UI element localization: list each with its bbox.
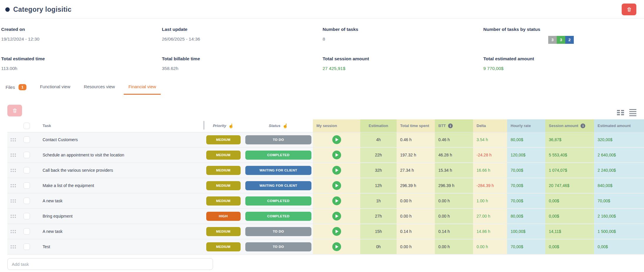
- row-checkbox[interactable]: [24, 228, 30, 235]
- table-row: TestMEDIUMTO DO0h0.00 h0.00 h0.00 h70,00…: [7, 239, 644, 255]
- header-task[interactable]: Task: [34, 119, 203, 132]
- table-header-row: Task Priority ☝ Status ☝ My session Esti…: [7, 119, 644, 132]
- view-tabs: Files1Functional viewResources viewFinan…: [0, 82, 644, 98]
- task-name-cell[interactable]: Call back the various service providers: [34, 163, 203, 178]
- status-badge[interactable]: WAITING FOR CLIENT: [245, 166, 311, 175]
- total-time-spent-cell: 296.39 h: [397, 178, 435, 193]
- delete-selected-tasks-button[interactable]: [7, 105, 22, 116]
- status-badge[interactable]: COMPLETED: [245, 212, 311, 221]
- priority-badge[interactable]: MEDIUM: [206, 135, 241, 144]
- status-badge[interactable]: TO DO: [245, 135, 311, 144]
- header-status[interactable]: Status ☝: [244, 119, 313, 132]
- header-select-all[interactable]: [19, 119, 34, 132]
- btt-cell: 0.00 h: [435, 239, 473, 255]
- status-cell: WAITING FOR CLIENT: [244, 178, 313, 193]
- header-estimated-amount: Estimated amount: [594, 119, 644, 132]
- row-checkbox[interactable]: [24, 243, 30, 250]
- drag-handle[interactable]: [7, 209, 19, 224]
- list-view-icon[interactable]: [629, 109, 636, 116]
- start-session-button[interactable]: [332, 242, 341, 251]
- start-session-button[interactable]: [332, 166, 341, 175]
- stat-last-update: Last update 26/06/2025 - 14:36: [162, 27, 323, 44]
- tab-resources-view[interactable]: Resources view: [79, 82, 120, 95]
- drag-handle[interactable]: [7, 178, 19, 193]
- start-session-button[interactable]: [332, 196, 341, 205]
- table-row: Make a list of the equipmentMEDIUMWAITIN…: [7, 178, 644, 193]
- category-bullet-icon: [5, 7, 10, 12]
- drag-dots-icon: [11, 199, 16, 203]
- estimation-cell: 4h: [360, 132, 397, 148]
- table-row: Contact CustomersMEDIUMTO DO4h0.46 h0.46…: [7, 132, 644, 148]
- task-name-cell[interactable]: Schedule an appointment to visit the loc…: [34, 148, 203, 163]
- status-badge[interactable]: COMPLETED: [245, 196, 311, 206]
- session-amount-cell: 0,00$: [545, 193, 594, 209]
- task-name-cell[interactable]: A new task: [34, 193, 203, 209]
- priority-badge[interactable]: MEDIUM: [206, 242, 241, 251]
- financial-table: Task Priority ☝ Status ☝ My session Esti…: [0, 119, 644, 255]
- priority-badge[interactable]: HIGH: [206, 212, 241, 221]
- start-session-button[interactable]: [332, 151, 341, 159]
- add-task-input[interactable]: [7, 258, 213, 270]
- row-checkbox[interactable]: [24, 152, 30, 158]
- session-amount-info-icon[interactable]: i: [581, 124, 585, 128]
- my-session-cell: [313, 132, 360, 148]
- hourly-rate-cell: 70,00$: [507, 239, 545, 255]
- status-badge[interactable]: COMPLETED: [245, 151, 311, 160]
- column-view-icon[interactable]: [617, 110, 624, 115]
- row-checkbox[interactable]: [24, 198, 30, 204]
- priority-badge[interactable]: MEDIUM: [206, 166, 241, 175]
- page-title: Category logisitic: [13, 6, 71, 14]
- drag-handle[interactable]: [7, 148, 19, 163]
- session-amount-cell: 5 553,40$: [545, 148, 594, 163]
- start-session-button[interactable]: [332, 227, 341, 236]
- delta-cell: 1.00 h: [473, 193, 507, 209]
- priority-badge[interactable]: MEDIUM: [206, 227, 241, 236]
- btt-info-icon[interactable]: i: [448, 124, 453, 128]
- row-checkbox[interactable]: [24, 167, 30, 173]
- estimation-cell: 1h: [360, 193, 397, 209]
- status-badge[interactable]: WAITING FOR CLIENT: [245, 181, 311, 190]
- session-amount-cell: 0,00$: [545, 209, 594, 224]
- drag-handle[interactable]: [7, 163, 19, 178]
- task-name-cell[interactable]: Contact Customers: [34, 132, 203, 148]
- task-name-cell[interactable]: Bring equipment: [34, 209, 203, 224]
- select-all-checkbox[interactable]: [24, 123, 30, 129]
- drag-handle[interactable]: [7, 132, 19, 148]
- estimation-cell: 22h: [360, 148, 397, 163]
- status-badge[interactable]: TO DO: [245, 227, 311, 236]
- tab-files[interactable]: Files1: [1, 82, 31, 96]
- delete-category-button[interactable]: [622, 4, 636, 15]
- row-checkbox[interactable]: [24, 213, 30, 219]
- column-resize-handle[interactable]: [203, 121, 204, 130]
- drag-handle[interactable]: [7, 193, 19, 209]
- task-name-cell[interactable]: Make a list of the equipment: [34, 178, 203, 193]
- hourly-rate-cell: 80,00$: [507, 132, 545, 148]
- total-time-spent-cell: 197.32 h: [397, 148, 435, 163]
- priority-badge[interactable]: MEDIUM: [206, 151, 241, 160]
- start-session-button[interactable]: [332, 212, 341, 221]
- status-cell: COMPLETED: [244, 209, 313, 224]
- table-row: Schedule an appointment to visit the loc…: [7, 148, 644, 163]
- drag-handle[interactable]: [7, 224, 19, 239]
- row-select-cell: [19, 224, 34, 239]
- hourly-rate-cell: 120,00$: [507, 148, 545, 163]
- header-drag-gutter: [7, 119, 19, 132]
- priority-badge[interactable]: MEDIUM: [206, 181, 241, 190]
- delta-cell: 3.54 h: [473, 132, 507, 148]
- row-checkbox[interactable]: [24, 182, 30, 189]
- drag-handle[interactable]: [7, 239, 19, 255]
- priority-badge[interactable]: MEDIUM: [206, 196, 241, 206]
- start-session-button[interactable]: [332, 135, 341, 144]
- row-checkbox[interactable]: [24, 136, 30, 143]
- status-badge[interactable]: TO DO: [245, 242, 311, 251]
- start-session-button[interactable]: [332, 181, 341, 190]
- task-name-cell[interactable]: Test: [34, 239, 203, 255]
- header-priority[interactable]: Priority ☝: [203, 119, 244, 132]
- trash-icon: [626, 7, 632, 12]
- row-select-cell: [19, 209, 34, 224]
- hourly-rate-cell: 70,00$: [507, 178, 545, 193]
- btt-cell: 0.14 h: [435, 224, 473, 239]
- task-name-cell[interactable]: A new task: [34, 224, 203, 239]
- tab-financial-view[interactable]: Financial view: [124, 82, 161, 95]
- tab-functional-view[interactable]: Functional view: [35, 82, 75, 95]
